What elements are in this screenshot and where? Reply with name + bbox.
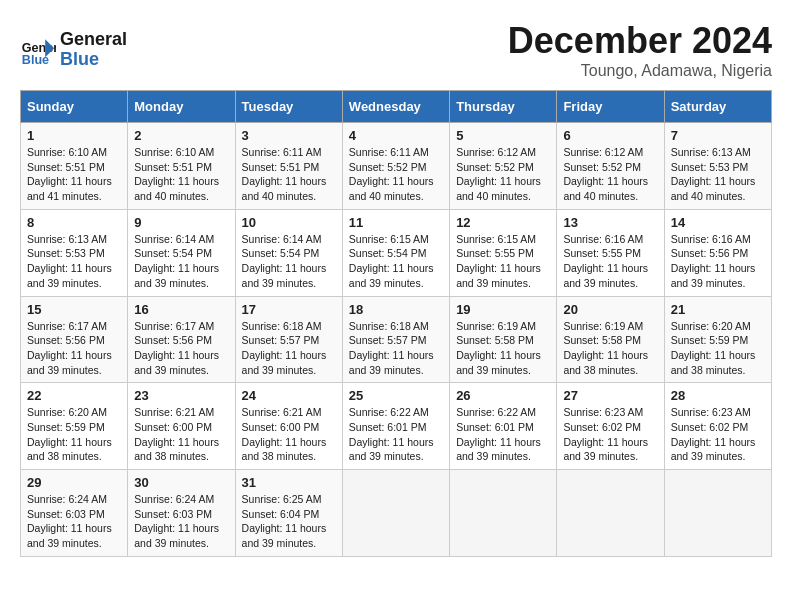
day-number: 1: [27, 128, 121, 143]
calendar-cell: 24 Sunrise: 6:21 AM Sunset: 6:00 PM Dayl…: [235, 383, 342, 470]
day-info: Sunrise: 6:11 AM Sunset: 5:52 PM Dayligh…: [349, 145, 443, 204]
day-info: Sunrise: 6:12 AM Sunset: 5:52 PM Dayligh…: [456, 145, 550, 204]
day-number: 28: [671, 388, 765, 403]
day-info: Sunrise: 6:24 AM Sunset: 6:03 PM Dayligh…: [134, 492, 228, 551]
location-title: Toungo, Adamawa, Nigeria: [508, 62, 772, 80]
sunrise-text: Sunrise: 6:23 AM: [563, 405, 657, 420]
day-number: 19: [456, 302, 550, 317]
sunset-text: Sunset: 5:58 PM: [563, 333, 657, 348]
sunset-text: Sunset: 6:01 PM: [349, 420, 443, 435]
calendar-cell: 2 Sunrise: 6:10 AM Sunset: 5:51 PM Dayli…: [128, 123, 235, 210]
calendar-cell: 5 Sunrise: 6:12 AM Sunset: 5:52 PM Dayli…: [450, 123, 557, 210]
sunset-text: Sunset: 5:58 PM: [456, 333, 550, 348]
day-info: Sunrise: 6:17 AM Sunset: 5:56 PM Dayligh…: [27, 319, 121, 378]
daylight-label: Daylight: 11 hours and 39 minutes.: [349, 261, 443, 290]
day-info: Sunrise: 6:16 AM Sunset: 5:56 PM Dayligh…: [671, 232, 765, 291]
sunrise-text: Sunrise: 6:12 AM: [456, 145, 550, 160]
sunset-text: Sunset: 5:53 PM: [27, 246, 121, 261]
logo: General Blue General Blue: [20, 30, 127, 70]
sunset-text: Sunset: 6:03 PM: [27, 507, 121, 522]
daylight-label: Daylight: 11 hours and 40 minutes.: [563, 174, 657, 203]
daylight-label: Daylight: 11 hours and 39 minutes.: [563, 435, 657, 464]
sunset-text: Sunset: 5:57 PM: [242, 333, 336, 348]
sunset-text: Sunset: 5:54 PM: [349, 246, 443, 261]
calendar-week-row: 15 Sunrise: 6:17 AM Sunset: 5:56 PM Dayl…: [21, 296, 772, 383]
daylight-label: Daylight: 11 hours and 40 minutes.: [349, 174, 443, 203]
calendar-cell: 4 Sunrise: 6:11 AM Sunset: 5:52 PM Dayli…: [342, 123, 449, 210]
daylight-label: Daylight: 11 hours and 39 minutes.: [456, 261, 550, 290]
day-info: Sunrise: 6:10 AM Sunset: 5:51 PM Dayligh…: [134, 145, 228, 204]
sunrise-text: Sunrise: 6:21 AM: [134, 405, 228, 420]
title-section: December 2024 Toungo, Adamawa, Nigeria: [508, 20, 772, 80]
calendar-cell: 7 Sunrise: 6:13 AM Sunset: 5:53 PM Dayli…: [664, 123, 771, 210]
sunset-text: Sunset: 6:03 PM: [134, 507, 228, 522]
calendar-cell: 12 Sunrise: 6:15 AM Sunset: 5:55 PM Dayl…: [450, 209, 557, 296]
day-info: Sunrise: 6:20 AM Sunset: 5:59 PM Dayligh…: [27, 405, 121, 464]
calendar-cell: 11 Sunrise: 6:15 AM Sunset: 5:54 PM Dayl…: [342, 209, 449, 296]
sunset-text: Sunset: 5:52 PM: [563, 160, 657, 175]
day-info: Sunrise: 6:23 AM Sunset: 6:02 PM Dayligh…: [671, 405, 765, 464]
calendar-cell: 14 Sunrise: 6:16 AM Sunset: 5:56 PM Dayl…: [664, 209, 771, 296]
calendar-cell: 3 Sunrise: 6:11 AM Sunset: 5:51 PM Dayli…: [235, 123, 342, 210]
daylight-label: Daylight: 11 hours and 39 minutes.: [671, 261, 765, 290]
calendar-cell: 31 Sunrise: 6:25 AM Sunset: 6:04 PM Dayl…: [235, 470, 342, 557]
day-number: 9: [134, 215, 228, 230]
calendar-cell: 23 Sunrise: 6:21 AM Sunset: 6:00 PM Dayl…: [128, 383, 235, 470]
day-info: Sunrise: 6:21 AM Sunset: 6:00 PM Dayligh…: [134, 405, 228, 464]
sunset-text: Sunset: 5:51 PM: [242, 160, 336, 175]
sunrise-text: Sunrise: 6:11 AM: [349, 145, 443, 160]
day-number: 25: [349, 388, 443, 403]
daylight-label: Daylight: 11 hours and 39 minutes.: [671, 435, 765, 464]
day-info: Sunrise: 6:22 AM Sunset: 6:01 PM Dayligh…: [349, 405, 443, 464]
day-info: Sunrise: 6:25 AM Sunset: 6:04 PM Dayligh…: [242, 492, 336, 551]
calendar-cell: 16 Sunrise: 6:17 AM Sunset: 5:56 PM Dayl…: [128, 296, 235, 383]
sunrise-text: Sunrise: 6:10 AM: [27, 145, 121, 160]
day-info: Sunrise: 6:10 AM Sunset: 5:51 PM Dayligh…: [27, 145, 121, 204]
day-number: 4: [349, 128, 443, 143]
daylight-label: Daylight: 11 hours and 39 minutes.: [456, 348, 550, 377]
sunset-text: Sunset: 5:52 PM: [456, 160, 550, 175]
day-number: 20: [563, 302, 657, 317]
calendar-cell: 9 Sunrise: 6:14 AM Sunset: 5:54 PM Dayli…: [128, 209, 235, 296]
sunrise-text: Sunrise: 6:24 AM: [27, 492, 121, 507]
day-number: 22: [27, 388, 121, 403]
calendar-week-row: 8 Sunrise: 6:13 AM Sunset: 5:53 PM Dayli…: [21, 209, 772, 296]
month-title: December 2024: [508, 20, 772, 62]
sunset-text: Sunset: 5:51 PM: [134, 160, 228, 175]
calendar-cell: 26 Sunrise: 6:22 AM Sunset: 6:01 PM Dayl…: [450, 383, 557, 470]
sunset-text: Sunset: 6:02 PM: [563, 420, 657, 435]
sunset-text: Sunset: 6:00 PM: [242, 420, 336, 435]
daylight-label: Daylight: 11 hours and 39 minutes.: [563, 261, 657, 290]
day-info: Sunrise: 6:11 AM Sunset: 5:51 PM Dayligh…: [242, 145, 336, 204]
sunset-text: Sunset: 5:56 PM: [134, 333, 228, 348]
calendar-table: Sunday Monday Tuesday Wednesday Thursday…: [20, 90, 772, 557]
sunset-text: Sunset: 5:56 PM: [27, 333, 121, 348]
day-info: Sunrise: 6:24 AM Sunset: 6:03 PM Dayligh…: [27, 492, 121, 551]
sunset-text: Sunset: 5:59 PM: [671, 333, 765, 348]
calendar-cell: 13 Sunrise: 6:16 AM Sunset: 5:55 PM Dayl…: [557, 209, 664, 296]
calendar-cell: 27 Sunrise: 6:23 AM Sunset: 6:02 PM Dayl…: [557, 383, 664, 470]
calendar-week-row: 22 Sunrise: 6:20 AM Sunset: 5:59 PM Dayl…: [21, 383, 772, 470]
sunrise-text: Sunrise: 6:17 AM: [134, 319, 228, 334]
day-number: 13: [563, 215, 657, 230]
sunset-text: Sunset: 5:59 PM: [27, 420, 121, 435]
sunset-text: Sunset: 5:52 PM: [349, 160, 443, 175]
day-number: 26: [456, 388, 550, 403]
calendar-cell: [342, 470, 449, 557]
sunrise-text: Sunrise: 6:16 AM: [671, 232, 765, 247]
calendar-cell: 17 Sunrise: 6:18 AM Sunset: 5:57 PM Dayl…: [235, 296, 342, 383]
sunrise-text: Sunrise: 6:11 AM: [242, 145, 336, 160]
day-info: Sunrise: 6:20 AM Sunset: 5:59 PM Dayligh…: [671, 319, 765, 378]
calendar-cell: 1 Sunrise: 6:10 AM Sunset: 5:51 PM Dayli…: [21, 123, 128, 210]
sunrise-text: Sunrise: 6:12 AM: [563, 145, 657, 160]
sunset-text: Sunset: 5:55 PM: [456, 246, 550, 261]
day-number: 30: [134, 475, 228, 490]
daylight-label: Daylight: 11 hours and 39 minutes.: [27, 521, 121, 550]
calendar-week-row: 29 Sunrise: 6:24 AM Sunset: 6:03 PM Dayl…: [21, 470, 772, 557]
daylight-label: Daylight: 11 hours and 41 minutes.: [27, 174, 121, 203]
calendar-cell: [664, 470, 771, 557]
daylight-label: Daylight: 11 hours and 40 minutes.: [456, 174, 550, 203]
sunrise-text: Sunrise: 6:20 AM: [27, 405, 121, 420]
sunset-text: Sunset: 5:53 PM: [671, 160, 765, 175]
day-number: 5: [456, 128, 550, 143]
